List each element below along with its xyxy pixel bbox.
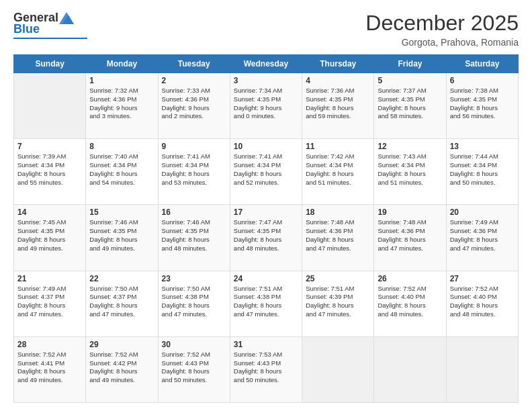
calendar-cell: 25Sunrise: 7:51 AM Sunset: 4:39 PM Dayli…: [302, 271, 374, 336]
calendar-cell: 10Sunrise: 7:41 AM Sunset: 4:34 PM Dayli…: [230, 139, 302, 205]
day-number: 25: [306, 274, 370, 283]
cell-content: Sunrise: 7:41 AM Sunset: 4:34 PM Dayligh…: [234, 152, 298, 187]
cell-content: Sunrise: 7:33 AM Sunset: 4:36 PM Dayligh…: [162, 87, 226, 121]
day-number: 24: [234, 274, 298, 283]
day-number: 13: [450, 142, 515, 151]
cell-content: Sunrise: 7:49 AM Sunset: 4:37 PM Dayligh…: [17, 285, 82, 319]
calendar-cell: 9Sunrise: 7:41 AM Sunset: 4:34 PM Daylig…: [158, 139, 230, 205]
day-header-row: SundayMondayTuesdayWednesdayThursdayFrid…: [14, 55, 519, 73]
day-number: 5: [378, 76, 442, 85]
calendar-cell: 29Sunrise: 7:52 AM Sunset: 4:42 PM Dayli…: [86, 336, 158, 402]
cell-content: Sunrise: 7:43 AM Sunset: 4:34 PM Dayligh…: [378, 152, 442, 187]
calendar-cell: 27Sunrise: 7:52 AM Sunset: 4:40 PM Dayli…: [446, 271, 518, 336]
calendar-cell: [14, 73, 86, 139]
day-number: 18: [306, 208, 370, 217]
calendar-cell: 19Sunrise: 7:48 AM Sunset: 4:36 PM Dayli…: [374, 205, 446, 271]
calendar-cell: 24Sunrise: 7:51 AM Sunset: 4:38 PM Dayli…: [230, 271, 302, 336]
week-row-3: 14Sunrise: 7:45 AM Sunset: 4:35 PM Dayli…: [14, 205, 519, 271]
cell-content: Sunrise: 7:41 AM Sunset: 4:34 PM Dayligh…: [162, 152, 226, 187]
calendar-cell: 15Sunrise: 7:46 AM Sunset: 4:35 PM Dayli…: [86, 205, 158, 271]
calendar-cell: 3Sunrise: 7:34 AM Sunset: 4:35 PM Daylig…: [230, 73, 302, 139]
cell-content: Sunrise: 7:51 AM Sunset: 4:38 PM Dayligh…: [234, 285, 298, 319]
calendar-cell: 8Sunrise: 7:40 AM Sunset: 4:34 PM Daylig…: [86, 139, 158, 205]
day-number: 30: [162, 340, 226, 349]
page: General Blue December 2025 Gorgota, Prah…: [0, 0, 532, 411]
cell-content: Sunrise: 7:40 AM Sunset: 4:34 PM Dayligh…: [89, 152, 154, 187]
cell-content: Sunrise: 7:52 AM Sunset: 4:40 PM Dayligh…: [378, 285, 442, 319]
day-number: 6: [450, 76, 515, 85]
day-number: 1: [89, 76, 154, 85]
cell-content: Sunrise: 7:52 AM Sunset: 4:41 PM Dayligh…: [17, 351, 82, 385]
calendar-cell: 12Sunrise: 7:43 AM Sunset: 4:34 PM Dayli…: [374, 139, 446, 205]
title-section: December 2025 Gorgota, Prahova, Romania: [365, 11, 519, 48]
day-number: 23: [162, 274, 226, 283]
day-header-wednesday: Wednesday: [230, 55, 302, 73]
day-header-saturday: Saturday: [446, 55, 518, 73]
day-header-monday: Monday: [86, 55, 158, 73]
week-row-2: 7Sunrise: 7:39 AM Sunset: 4:34 PM Daylig…: [14, 139, 519, 205]
calendar-cell: 20Sunrise: 7:49 AM Sunset: 4:36 PM Dayli…: [446, 205, 518, 271]
cell-content: Sunrise: 7:47 AM Sunset: 4:35 PM Dayligh…: [234, 218, 298, 253]
day-number: 12: [378, 142, 442, 151]
location: Gorgota, Prahova, Romania: [365, 37, 519, 48]
day-number: 17: [234, 208, 298, 217]
calendar-cell: [446, 336, 518, 402]
day-header-friday: Friday: [374, 55, 446, 73]
day-number: 10: [234, 142, 298, 151]
calendar-cell: [374, 336, 446, 402]
calendar-cell: 14Sunrise: 7:45 AM Sunset: 4:35 PM Dayli…: [14, 205, 86, 271]
day-number: 2: [162, 76, 226, 85]
calendar-cell: 13Sunrise: 7:44 AM Sunset: 4:34 PM Dayli…: [446, 139, 518, 205]
calendar-cell: 26Sunrise: 7:52 AM Sunset: 4:40 PM Dayli…: [374, 271, 446, 336]
day-number: 14: [17, 208, 82, 217]
day-number: 29: [89, 340, 154, 349]
cell-content: Sunrise: 7:48 AM Sunset: 4:36 PM Dayligh…: [306, 218, 370, 253]
logo-blue-text: Blue: [13, 22, 40, 36]
cell-content: Sunrise: 7:45 AM Sunset: 4:35 PM Dayligh…: [17, 218, 82, 253]
cell-content: Sunrise: 7:42 AM Sunset: 4:34 PM Dayligh…: [306, 152, 370, 187]
month-title: December 2025: [365, 11, 519, 36]
day-number: 28: [17, 340, 82, 349]
cell-content: Sunrise: 7:53 AM Sunset: 4:43 PM Dayligh…: [234, 351, 298, 385]
logo: General Blue: [13, 11, 87, 39]
calendar-cell: 23Sunrise: 7:50 AM Sunset: 4:38 PM Dayli…: [158, 271, 230, 336]
cell-content: Sunrise: 7:51 AM Sunset: 4:39 PM Dayligh…: [306, 285, 370, 319]
day-number: 26: [378, 274, 442, 283]
cell-content: Sunrise: 7:52 AM Sunset: 4:40 PM Dayligh…: [450, 285, 515, 319]
cell-content: Sunrise: 7:36 AM Sunset: 4:35 PM Dayligh…: [306, 87, 370, 121]
logo-divider: [13, 38, 87, 39]
day-number: 31: [234, 340, 298, 349]
day-number: 8: [89, 142, 154, 151]
calendar-cell: 4Sunrise: 7:36 AM Sunset: 4:35 PM Daylig…: [302, 73, 374, 139]
cell-content: Sunrise: 7:49 AM Sunset: 4:36 PM Dayligh…: [450, 218, 515, 253]
cell-content: Sunrise: 7:39 AM Sunset: 4:34 PM Dayligh…: [17, 152, 82, 187]
day-number: 21: [17, 274, 82, 283]
calendar-cell: 21Sunrise: 7:49 AM Sunset: 4:37 PM Dayli…: [14, 271, 86, 336]
cell-content: Sunrise: 7:37 AM Sunset: 4:35 PM Dayligh…: [378, 87, 442, 121]
week-row-5: 28Sunrise: 7:52 AM Sunset: 4:41 PM Dayli…: [14, 336, 519, 402]
calendar-cell: 11Sunrise: 7:42 AM Sunset: 4:34 PM Dayli…: [302, 139, 374, 205]
day-number: 9: [162, 142, 226, 151]
cell-content: Sunrise: 7:32 AM Sunset: 4:36 PM Dayligh…: [89, 87, 154, 121]
day-number: 7: [17, 142, 82, 151]
calendar-cell: 28Sunrise: 7:52 AM Sunset: 4:41 PM Dayli…: [14, 336, 86, 402]
cell-content: Sunrise: 7:46 AM Sunset: 4:35 PM Dayligh…: [162, 218, 226, 253]
calendar-cell: [302, 336, 374, 402]
cell-content: Sunrise: 7:46 AM Sunset: 4:35 PM Dayligh…: [89, 218, 154, 253]
day-header-sunday: Sunday: [14, 55, 86, 73]
day-number: 22: [89, 274, 154, 283]
week-row-1: 1Sunrise: 7:32 AM Sunset: 4:36 PM Daylig…: [14, 73, 519, 139]
calendar-cell: 7Sunrise: 7:39 AM Sunset: 4:34 PM Daylig…: [14, 139, 86, 205]
day-number: 4: [306, 76, 370, 85]
calendar-cell: 5Sunrise: 7:37 AM Sunset: 4:35 PM Daylig…: [374, 73, 446, 139]
calendar-cell: 30Sunrise: 7:52 AM Sunset: 4:43 PM Dayli…: [158, 336, 230, 402]
day-number: 20: [450, 208, 515, 217]
week-row-4: 21Sunrise: 7:49 AM Sunset: 4:37 PM Dayli…: [14, 271, 519, 336]
calendar-cell: 2Sunrise: 7:33 AM Sunset: 4:36 PM Daylig…: [158, 73, 230, 139]
cell-content: Sunrise: 7:38 AM Sunset: 4:35 PM Dayligh…: [450, 87, 515, 121]
calendar-cell: 16Sunrise: 7:46 AM Sunset: 4:35 PM Dayli…: [158, 205, 230, 271]
header: General Blue December 2025 Gorgota, Prah…: [13, 11, 519, 48]
calendar-table: SundayMondayTuesdayWednesdayThursdayFrid…: [13, 54, 519, 403]
cell-content: Sunrise: 7:34 AM Sunset: 4:35 PM Dayligh…: [234, 87, 298, 121]
cell-content: Sunrise: 7:50 AM Sunset: 4:37 PM Dayligh…: [89, 285, 154, 319]
